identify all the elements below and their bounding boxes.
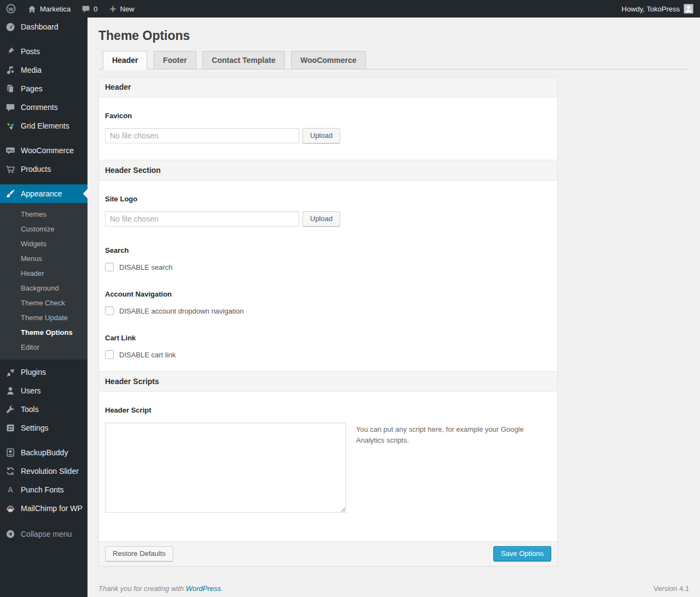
sidebar-item-products[interactable]: Products: [0, 160, 88, 178]
appearance-brush-icon: [5, 188, 16, 199]
woocommerce-icon: Woo: [5, 145, 16, 156]
new-label: New: [120, 5, 135, 13]
footer-thanks-text: Thank you for creating with WordPress.: [98, 584, 223, 593]
tab-woocommerce[interactable]: WooCommerce: [291, 51, 365, 69]
submenu-item-theme-check[interactable]: Theme Check: [0, 295, 88, 310]
tab-bar: Header Footer Contact Template WooCommer…: [98, 51, 689, 69]
disable-search-checkbox[interactable]: [105, 263, 114, 271]
submenu-item-editor[interactable]: Editor: [0, 340, 88, 355]
section-header-title: Header: [99, 77, 557, 97]
collapse-menu-button[interactable]: Collapse menu: [0, 525, 88, 543]
new-content-menu[interactable]: New: [103, 0, 140, 18]
comment-bubble-icon: [81, 4, 90, 13]
sidebar-item-media[interactable]: Media: [0, 61, 88, 79]
favicon-upload-button[interactable]: Upload: [302, 128, 340, 143]
tab-contact-template[interactable]: Contact Template: [202, 51, 284, 69]
sidebar-item-label: Punch Fonts: [21, 485, 64, 494]
disable-account-nav-checkbox[interactable]: [105, 306, 114, 315]
submenu-item-customize[interactable]: Customize: [0, 222, 88, 236]
cart-link-field: Cart Link DISABLE cart link: [105, 334, 551, 359]
submenu-item-widgets[interactable]: Widgets: [0, 236, 88, 251]
pages-icon: [5, 83, 16, 94]
sidebar-item-label: Users: [21, 386, 41, 395]
sidebar-item-settings[interactable]: Settings: [0, 419, 88, 437]
sidebar-item-revolution-slider[interactable]: Revolution Slider: [0, 462, 88, 480]
sidebar-item-grid-elements[interactable]: Grid Elements: [0, 117, 88, 135]
sidebar-item-woocommerce[interactable]: Woo WooCommerce: [0, 141, 88, 160]
sidebar-item-label: Posts: [21, 47, 40, 56]
section-scripts-title: Header Scripts: [99, 371, 557, 392]
disable-cart-link-checkbox[interactable]: [105, 350, 114, 359]
submenu-item-background[interactable]: Background: [0, 281, 88, 295]
admin-sidebar: Dashboard Posts Media Pages Comments: [0, 18, 88, 597]
media-icon: [5, 65, 16, 76]
letter-a-icon: A: [5, 484, 16, 495]
disable-account-nav-label[interactable]: DISABLE account dropdown navigation: [119, 307, 244, 315]
wordpress-link[interactable]: WordPress: [186, 584, 221, 593]
page-title: Theme Options: [98, 28, 689, 44]
theme-options-panel: Header Favicon Upload Header Section Sit…: [98, 77, 558, 566]
wordpress-logo-icon: W: [5, 3, 16, 14]
submenu-item-themes[interactable]: Themes: [0, 207, 88, 222]
collapse-menu-label: Collapse menu: [21, 530, 72, 538]
comments-count: 0: [94, 5, 97, 13]
sidebar-item-label: Media: [21, 66, 42, 74]
home-icon: [27, 4, 37, 14]
submenu-item-header[interactable]: Header: [0, 266, 88, 281]
disable-cart-link-label[interactable]: DISABLE cart link: [119, 351, 176, 359]
submenu-item-theme-options[interactable]: Theme Options: [0, 325, 88, 340]
submenu-item-menus[interactable]: Menus: [0, 251, 88, 266]
sidebar-item-label: Comments: [21, 103, 58, 112]
refresh-arrows-icon: [5, 466, 16, 477]
comments-menu[interactable]: 0: [76, 0, 103, 18]
sidebar-item-appearance[interactable]: Appearance: [0, 184, 88, 203]
account-menu[interactable]: Howdy, TokoPress: [615, 0, 700, 18]
sidebar-item-plugins[interactable]: Plugins: [0, 363, 88, 381]
sidebar-item-backupbuddy[interactable]: BackupBuddy: [0, 443, 88, 462]
site-name-menu[interactable]: Marketica: [22, 0, 76, 18]
admin-bar: W Marketica 0 New Howdy, TokoPress: [0, 0, 700, 18]
header-script-textarea[interactable]: [105, 422, 346, 513]
sidebar-item-posts[interactable]: Posts: [0, 42, 88, 61]
sidebar-item-users[interactable]: Users: [0, 381, 88, 400]
disable-search-label[interactable]: DISABLE search: [119, 263, 173, 271]
account-navigation-label: Account Navigation: [105, 290, 551, 298]
tab-header[interactable]: Header: [103, 51, 147, 70]
sidebar-item-label: Grid Elements: [21, 121, 69, 130]
plus-icon: [109, 5, 117, 13]
sidebar-item-label: MailChimp for WP: [21, 504, 83, 513]
wordpress-logo-menu[interactable]: W: [0, 0, 22, 18]
tab-footer[interactable]: Footer: [154, 51, 196, 69]
header-script-help-text: You can put any script here, for example…: [356, 422, 526, 513]
sidebar-item-dashboard[interactable]: Dashboard: [0, 18, 88, 36]
sidebar-item-comments[interactable]: Comments: [0, 98, 88, 117]
sidebar-item-mailchimp[interactable]: MailChimp for WP: [0, 499, 88, 518]
save-options-button[interactable]: Save Options: [493, 546, 551, 561]
favicon-label: Favicon: [105, 112, 551, 120]
sidebar-item-label: Appearance: [21, 189, 62, 198]
svg-text:Woo: Woo: [7, 149, 14, 152]
submenu-item-theme-update[interactable]: Theme Update: [0, 310, 88, 325]
appearance-submenu: Themes Customize Widgets Menus Header Ba…: [0, 203, 88, 360]
sidebar-item-label: Pages: [21, 84, 43, 93]
dashboard-icon: [5, 21, 16, 32]
svg-text:A: A: [8, 485, 13, 494]
restore-defaults-button[interactable]: Restore Defaults: [105, 546, 173, 561]
site-logo-upload-button[interactable]: Upload: [302, 211, 340, 227]
sidebar-item-label: WooCommerce: [21, 146, 74, 155]
favicon-file-input[interactable]: [105, 128, 299, 143]
pushpin-icon: [5, 46, 16, 57]
section-header-area-title: Header Section: [99, 160, 557, 181]
search-field: Search DISABLE search: [105, 246, 551, 271]
wrench-icon: [5, 404, 16, 415]
cart-icon: [5, 164, 16, 175]
site-logo-file-input[interactable]: [105, 211, 299, 227]
panel-footer: Restore Defaults Save Options: [99, 541, 557, 566]
sidebar-item-label: Tools: [21, 405, 39, 414]
sidebar-item-punch-fonts[interactable]: A Punch Fonts: [0, 480, 88, 499]
comments-icon: [5, 102, 16, 113]
sidebar-item-label: Plugins: [21, 368, 46, 376]
sidebar-item-pages[interactable]: Pages: [0, 79, 88, 98]
sidebar-item-tools[interactable]: Tools: [0, 400, 88, 419]
sidebar-item-label: Dashboard: [21, 22, 59, 31]
